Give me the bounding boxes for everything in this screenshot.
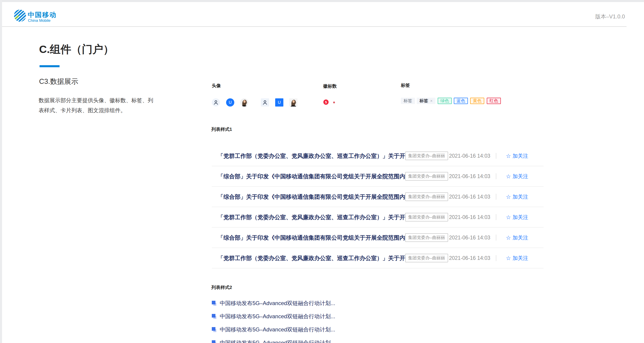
brand-name-cn: 中国移动 [28,10,57,19]
avatar-initial: U [278,100,281,105]
list-row-datetime: 2021-06-16 14:03 [449,235,490,241]
list-item[interactable]: 中国移动发布5G–Advanced双链融合行动计划... [212,310,416,323]
document-icon [212,301,217,306]
list-row[interactable]: 「综合部」关于印发《中国移动通信集团有限公司党组关于开展全院范围内节约用... … [212,228,544,248]
list-row[interactable]: 「党群工作部（党委办公室、党风廉政办公室、巡查工作办公室）」关于开展年度... … [212,248,544,269]
tag-label: 标签 [420,98,428,103]
list-row-divider [496,214,496,220]
user-icon [262,100,268,105]
list-row-source-tag: 集团党委办–曲丽丽 [405,151,448,160]
follow-label: 加关注 [512,194,528,200]
list-row[interactable]: 「综合部」关于印发《中国移动通信集团有限公司党组关于开展全院范围内节约用... … [212,187,544,207]
document-icon [212,327,217,332]
tag-label: 黄色 [473,98,482,103]
document-icon [212,340,217,343]
section-description: 数据展示部分主要提供头像、徽标数、标签、列表样式、卡片列表、图文混排组件。 [39,95,154,115]
canvas-gutter-left [0,0,2,343]
star-icon: ☆ [506,153,511,159]
star-icon: ☆ [506,194,511,200]
list-row-title[interactable]: 「综合部」关于印发《中国移动通信集团有限公司党组关于开展全院范围内节约用... [218,234,427,242]
badge-dot [333,101,335,103]
follow-label: 加关注 [512,235,528,241]
star-icon: ☆ [506,214,511,220]
user-icon [213,100,218,105]
section-title: C3.数据展示 [39,77,78,86]
list-row-divider [496,153,496,159]
tag-close-icon[interactable]: × [430,99,433,103]
follow-label: 加关注 [512,255,528,261]
tag-closable[interactable]: 标签× [417,98,436,104]
list-row-title[interactable]: 「党群工作部（党委办公室、党风廉政办公室、巡查工作办公室）」关于开展年度... [218,152,427,160]
avatar-circle-photo [240,98,248,106]
list-row-divider [496,255,496,261]
avatar-circle-initial: U [226,98,234,106]
tag-yellow[interactable]: 黄色 [470,98,484,104]
list-row-datetime: 2021-06-16 14:03 [449,255,490,261]
list-row-title[interactable]: 「党群工作部（党委办公室、党风廉政办公室、巡查工作办公室）」关于开展年度... [218,254,427,262]
star-icon: ☆ [506,173,511,179]
list-row-datetime: 2021-06-16 14:03 [449,214,490,220]
tag-label: 蓝色 [456,98,465,103]
list-row-title[interactable]: 「综合部」关于印发《中国移动通信集团有限公司党组关于开展全院范围内节约用... [218,173,427,180]
list-style-2: 中国移动发布5G–Advanced双链融合行动计划... 中国移动发布5G–Ad… [212,297,416,343]
list2-label: 列表样式2 [211,284,232,291]
avatar-square-photo [289,98,298,106]
list-item-title[interactable]: 中国移动发布5G–Advanced双链融合行动计划... [220,339,335,343]
avatar-square-person [261,98,269,106]
list-row-datetime: 2021-06-16 14:03 [449,173,490,179]
list-style-1: 「党群工作部（党委办公室、党风廉政办公室、巡查工作办公室）」关于开展年度... … [212,146,544,269]
list-row-divider [496,194,496,200]
list-row-title[interactable]: 「党群工作部（党委办公室、党风廉政办公室、巡查工作办公室）」关于开展年度... [218,214,427,221]
document-icon [212,314,217,319]
list-row-datetime: 2021-06-16 14:03 [449,194,490,200]
page-title: C.组件（门户） [39,42,114,56]
list-item-title[interactable]: 中国移动发布5G–Advanced双链融合行动计划... [220,313,335,320]
version-label: 版本–V1.0.0 [577,13,625,20]
tag-label: 标签 [404,98,412,103]
follow-button[interactable]: ☆加关注 [506,152,528,159]
follow-button[interactable]: ☆加关注 [506,255,528,262]
badge-section-label: 徽标数 [323,83,337,89]
list-row[interactable]: 「综合部」关于印发《中国移动通信集团有限公司党组关于开展全院范围内节约用... … [212,166,544,187]
list1-label: 列表样式1 [211,126,232,132]
tag-green[interactable]: 绿色 [438,98,452,104]
avatar-section-label: 头像 [212,83,221,89]
list-row[interactable]: 「党群工作部（党委办公室、党风廉政办公室、巡查工作办公室）」关于开展年度... … [212,146,544,166]
canvas-gutter-top [0,0,644,2]
follow-button[interactable]: ☆加关注 [506,193,528,200]
avatar-square-initial: U [275,98,283,106]
avatar-photo-image [289,98,298,106]
avatar-circle-person [212,98,220,106]
list-row-source-tag: 集团党委办–曲丽丽 [405,172,448,181]
list-item[interactable]: 中国移动发布5G–Advanced双链融合行动计划... [212,336,416,343]
follow-button[interactable]: ☆加关注 [506,214,528,221]
follow-label: 加关注 [512,153,528,159]
list-row-source-tag: 集团党委办–曲丽丽 [405,254,448,262]
title-accent-bar [40,65,60,67]
badge-count: 5 [323,99,328,105]
list-row-divider [496,173,496,179]
china-mobile-logo-icon [14,9,26,22]
tag-label: 红色 [490,98,498,103]
avatar-photo-image [240,98,248,106]
list-item-title[interactable]: 中国移动发布5G–Advanced双链融合行动计划... [220,300,335,307]
tag-red[interactable]: 红色 [487,98,501,104]
avatar-initial: U [229,100,232,105]
star-icon: ☆ [506,255,511,261]
tag-section-label: 标签 [401,82,410,88]
list-row[interactable]: 「党群工作部（党委办公室、党风廉政办公室、巡查工作办公室）」关于开展年度... … [212,207,544,228]
star-icon: ☆ [506,234,511,241]
list-item[interactable]: 中国移动发布5G–Advanced双链融合行动计划... [212,323,416,336]
tag-default[interactable]: 标签 [401,98,415,104]
list-row-source-tag: 集团党委办–曲丽丽 [405,233,448,242]
follow-button[interactable]: ☆加关注 [506,234,528,241]
list-item[interactable]: 中国移动发布5G–Advanced双链融合行动计划... [212,297,416,310]
follow-button[interactable]: ☆加关注 [506,173,528,180]
list-row-datetime: 2021-06-16 14:03 [449,153,490,159]
list-row-title[interactable]: 「综合部」关于印发《中国移动通信集团有限公司党组关于开展全院范围内节约用... [218,193,427,201]
tag-blue[interactable]: 蓝色 [454,98,468,104]
component-spec-page: 中国移动 China Mobile 版本–V1.0.0 C.组件（门户） C3.… [0,0,644,343]
list-row-divider [496,235,496,241]
brand-name-en: China Mobile [28,18,50,23]
list-item-title[interactable]: 中国移动发布5G–Advanced双链融合行动计划... [220,326,335,333]
